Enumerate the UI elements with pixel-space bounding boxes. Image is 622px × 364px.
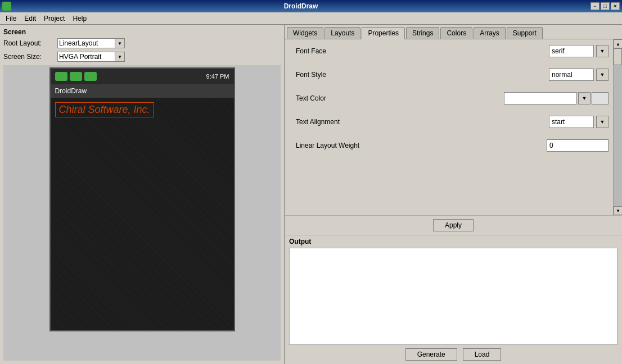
font-style-dropdown-btn[interactable]: ▼ (596, 69, 609, 81)
menu-edit[interactable]: Edit (21, 13, 39, 24)
screen-label: Screen (3, 28, 281, 36)
maximize-button[interactable]: □ (601, 2, 610, 10)
scroll-up-btn[interactable]: ▲ (614, 39, 622, 48)
phone-frame: 9:47 PM DroidDraw Chiral Software, Inc. (49, 67, 235, 331)
menu-bar: File Edit Project Help (0, 12, 622, 25)
scroll-thumb[interactable] (614, 48, 622, 65)
root-layout-select-wrapper: LinearLayout ▼ (57, 38, 125, 48)
tab-support[interactable]: Support (507, 27, 543, 39)
right-panel: Widgets Layouts Properties Strings Color… (284, 25, 622, 364)
phone-app-title: DroidDraw (55, 87, 87, 95)
phone-status-bar: 9:47 PM (51, 69, 234, 84)
menu-help[interactable]: Help (69, 13, 90, 24)
font-face-label: Font Face (296, 47, 397, 55)
text-color-input[interactable] (504, 92, 577, 104)
close-button[interactable]: ✕ (611, 2, 620, 10)
phone-title-bar: DroidDraw (51, 84, 234, 98)
apply-row: Apply (285, 215, 622, 235)
load-button[interactable]: Load (463, 348, 502, 361)
apply-button[interactable]: Apply (433, 219, 474, 231)
font-style-label: Font Style (296, 71, 397, 79)
tab-properties[interactable]: Properties (362, 27, 405, 39)
linear-layout-weight-row: Linear Layout Weight (296, 139, 609, 152)
tab-bar: Widgets Layouts Properties Strings Color… (285, 25, 622, 39)
text-color-dropdown-btn[interactable]: ▼ (578, 92, 591, 104)
text-alignment-dropdown-btn[interactable]: ▼ (596, 116, 609, 128)
root-layout-select[interactable]: LinearLayout (57, 38, 125, 48)
minimize-button[interactable]: − (591, 2, 600, 10)
screen-size-label: Screen Size: (3, 53, 54, 61)
window-title: DroidDraw (11, 2, 591, 10)
main-container: Screen Root Layout: LinearLayout ▼ Scree… (0, 25, 622, 364)
tab-layouts[interactable]: Layouts (324, 27, 360, 39)
status-icon-signal (55, 72, 67, 81)
status-icon-battery (84, 72, 97, 81)
screen-size-select[interactable]: HVGA Portrait (57, 52, 125, 62)
text-color-controls: ▼ (504, 92, 609, 104)
root-layout-row: Root Layout: LinearLayout ▼ (3, 38, 281, 48)
menu-file[interactable]: File (2, 13, 20, 24)
text-color-label: Text Color (296, 94, 397, 102)
text-alignment-label: Text Alignment (296, 118, 397, 126)
scroll-track (614, 48, 622, 206)
phone-content: Chiral Software, Inc. (51, 98, 234, 330)
screen-size-row: Screen Size: HVGA Portrait ▼ (3, 52, 281, 62)
output-btn-row: Generate Load (285, 345, 622, 364)
linear-layout-weight-controls (547, 139, 609, 152)
tab-widgets[interactable]: Widgets (287, 27, 323, 39)
left-panel: Screen Root Layout: LinearLayout ▼ Scree… (0, 25, 284, 364)
linear-layout-weight-label: Linear Layout Weight (296, 142, 397, 149)
font-face-row: Font Face serif sans-serif monospace ▼ (296, 45, 609, 57)
font-style-controls: normal bold italic ▼ (549, 69, 609, 81)
font-style-row: Font Style normal bold italic ▼ (296, 69, 609, 81)
output-label: Output (285, 235, 622, 248)
tab-arrays[interactable]: Arrays (474, 27, 506, 39)
linear-layout-weight-input[interactable] (547, 139, 609, 152)
phone-text-widget: Chiral Software, Inc. (55, 102, 154, 117)
title-bar: DroidDraw − □ ✕ (0, 0, 622, 12)
phone-status-icons (55, 72, 97, 81)
generate-button[interactable]: Generate (405, 348, 457, 361)
phone-area: 9:47 PM DroidDraw Chiral Software, Inc. (3, 65, 281, 361)
properties-content: Font Face serif sans-serif monospace ▼ F… (285, 39, 622, 215)
scroll-down-btn[interactable]: ▼ (614, 206, 622, 215)
text-color-swatch[interactable] (592, 92, 609, 104)
font-style-select[interactable]: normal bold italic (549, 69, 594, 81)
font-face-dropdown-btn[interactable]: ▼ (596, 45, 609, 57)
output-content (289, 248, 618, 345)
text-alignment-select[interactable]: start center end (549, 116, 594, 128)
window-icon (2, 2, 11, 11)
menu-project[interactable]: Project (40, 13, 68, 24)
status-icon-bars (70, 72, 82, 81)
phone-time: 9:47 PM (206, 73, 229, 80)
tab-colors[interactable]: Colors (440, 27, 472, 39)
text-alignment-row: Text Alignment start center end ▼ (296, 116, 609, 128)
font-face-controls: serif sans-serif monospace ▼ (549, 45, 609, 57)
text-alignment-controls: start center end ▼ (549, 116, 609, 128)
tab-strings[interactable]: Strings (406, 27, 439, 39)
root-layout-label: Root Layout: (3, 39, 54, 47)
properties-panel: Font Face serif sans-serif monospace ▼ F… (285, 39, 622, 235)
text-color-row: Text Color ▼ (296, 92, 609, 104)
output-section: Output Generate Load (285, 235, 622, 364)
font-face-select[interactable]: serif sans-serif monospace (549, 45, 594, 57)
properties-scrollbar[interactable]: ▲ ▼ (613, 39, 622, 215)
screen-size-select-wrapper: HVGA Portrait ▼ (57, 52, 125, 62)
window-controls: − □ ✕ (591, 2, 620, 10)
